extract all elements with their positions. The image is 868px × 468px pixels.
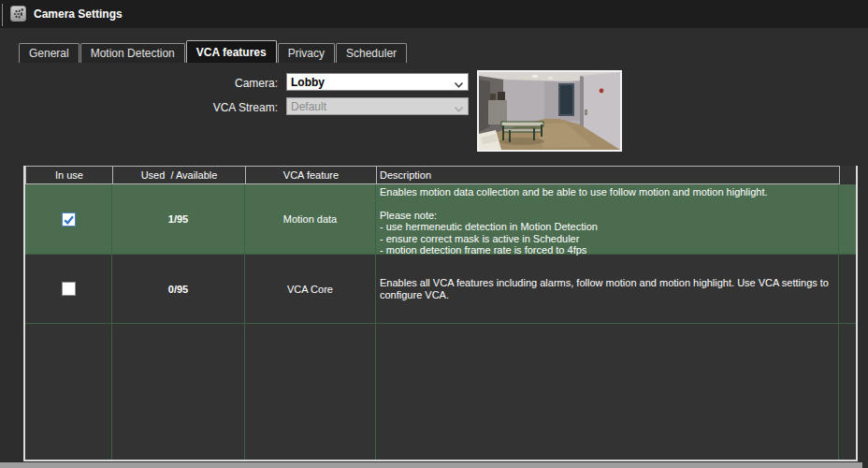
cell-description: Enables all VCA features including alarm… [376,255,839,323]
column-header-description: Description [377,167,839,183]
cell-vca-feature: VCA Core [245,255,376,323]
table-row-vca-core[interactable]: 0/95 VCA Core Enables all VCA features i… [25,255,856,324]
cell-vca-feature: Motion data [245,184,376,254]
vca-stream-select-value: Default [291,100,454,113]
tab-bar: General Motion Detection VCA features Pr… [19,40,408,63]
camera-label: Camera: [140,77,278,90]
tab-scheduler[interactable]: Scheduler [336,43,407,63]
in-use-checkbox-checked[interactable] [62,212,76,227]
camera-select-value: Lobby [291,76,454,89]
column-header-in-use: In use [26,167,113,183]
window-bottom-edge [0,462,862,468]
vca-stream-label: VCA Stream: [140,101,278,114]
titlebar[interactable]: Camera Settings [0,0,868,28]
cell-used-available: 0/95 [112,255,245,323]
cell-in-use [25,184,112,254]
cell-spacer [839,255,856,323]
cell-spacer [839,184,856,254]
tab-vca-features[interactable]: VCA features [186,40,277,63]
table-row-motion-data[interactable]: 1/95 Motion data Enables motion data col… [25,184,856,255]
camera-preview-image [477,70,622,152]
chevron-down-icon [454,103,464,110]
camera-settings-window: Camera Settings General Motion Detection… [0,0,868,468]
cell-description: Enables motion data collection and be ab… [376,184,839,254]
in-use-checkbox-unchecked[interactable] [62,282,76,296]
empty-table-area [25,324,856,460]
table-header-row: In use Used / Available VCA feature Desc… [25,166,840,184]
chevron-down-icon [454,79,464,86]
column-header-vca-feature: VCA feature [246,167,377,183]
cell-used-available: 1/95 [112,184,245,254]
tab-general[interactable]: General [19,43,80,63]
tab-privacy[interactable]: Privacy [278,43,335,63]
window-left-edge [2,4,3,26]
cell-in-use [25,255,112,323]
camera-select[interactable]: Lobby [286,73,469,91]
vca-feature-table: In use Used / Available VCA feature Desc… [23,166,858,461]
column-header-used-available: Used / Available [113,167,246,183]
vca-stream-select: Default [286,97,469,115]
tab-motion-detection[interactable]: Motion Detection [80,43,185,63]
window-title: Camera Settings [34,7,123,21]
gear-icon [10,6,26,22]
